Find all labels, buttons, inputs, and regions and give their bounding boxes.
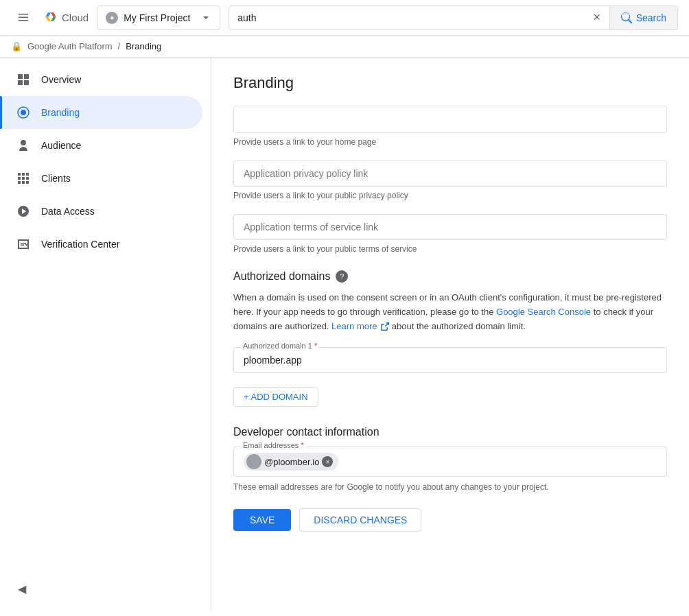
search-input[interactable] (229, 12, 584, 23)
sidebar-item-data-access[interactable]: Data Access (0, 195, 202, 228)
email-addresses-wrapper: Email addresses * @ploomber.io × (233, 447, 667, 477)
add-domain-button[interactable]: + ADD DOMAIN (233, 387, 318, 407)
authorized-domains-help-icon[interactable]: ? (336, 270, 348, 283)
chip-text: @ploomber.io (264, 457, 319, 467)
authorized-domains-title: Authorized domains ? (233, 270, 667, 283)
email-addresses-desc: These email addresses are for Google to … (233, 482, 667, 492)
search-button[interactable]: Search (609, 5, 677, 30)
breadcrumb-icon: 🔒 (11, 41, 22, 51)
sidebar-item-verification-center[interactable]: Verification Center (0, 228, 202, 261)
terms-of-service-desc: Provide users a link to your public term… (233, 244, 667, 254)
project-name: My First Project (124, 12, 190, 23)
action-bar: SAVE DISCARD CHANGES (233, 508, 667, 554)
homepage-field-group: Provide users a link to your home page (233, 106, 667, 147)
breadcrumb: 🔒 Google Auth Platform / Branding (0, 36, 689, 58)
authorized-domain-1-wrapper: Authorized domain 1 * (233, 347, 667, 373)
email-chips-field[interactable]: @ploomber.io × (233, 447, 667, 477)
email-chip: @ploomber.io × (244, 453, 338, 471)
sidebar-collapse-button[interactable]: ◀ (11, 578, 33, 600)
header: Cloud ● My First Project × Search (0, 0, 689, 36)
sidebar-data-access-label: Data Access (41, 206, 95, 217)
sidebar-overview-label: Overview (41, 74, 81, 85)
verification-center-icon (16, 237, 30, 251)
svg-point-1 (21, 110, 26, 115)
breadcrumb-current: Branding (126, 41, 161, 51)
project-icon: ● (106, 12, 118, 24)
breadcrumb-separator: / (118, 41, 121, 51)
clients-icon (16, 171, 30, 185)
audience-icon (16, 139, 30, 152)
save-button[interactable]: SAVE (233, 509, 291, 531)
hamburger-menu-button[interactable] (11, 5, 36, 30)
learn-more-link[interactable]: Learn more (331, 321, 377, 331)
sidebar: Overview Branding Aud (0, 58, 211, 611)
search-button-label: Search (636, 12, 666, 23)
email-addresses-label: Email addresses * (240, 441, 307, 449)
google-search-console-link[interactable]: Google Search Console (496, 307, 591, 317)
privacy-policy-field-group: Provide users a link to your public priv… (233, 161, 667, 200)
discard-changes-button[interactable]: DISCARD CHANGES (299, 508, 421, 532)
terms-of-service-input[interactable] (233, 214, 667, 240)
authorized-domains-desc: When a domain is used on the consent scr… (233, 291, 667, 333)
breadcrumb-parent: Google Auth Platform (27, 41, 113, 51)
sidebar-audience-label: Audience (41, 140, 81, 151)
authorized-domain-1-input[interactable] (233, 347, 667, 373)
search-bar: × Search (229, 5, 678, 30)
project-selector[interactable]: ● My First Project (97, 5, 220, 30)
page-title: Branding (233, 74, 667, 92)
developer-contact-section: Developer contact information Email addr… (233, 426, 667, 554)
chip-avatar (246, 454, 261, 469)
sidebar-item-overview[interactable]: Overview (0, 63, 202, 96)
sidebar-item-branding[interactable]: Branding (0, 96, 202, 129)
branding-icon (16, 106, 30, 119)
main-content: Branding Provide users a link to your ho… (211, 58, 689, 611)
google-cloud-logo[interactable]: Cloud (44, 11, 89, 25)
layout: Overview Branding Aud (0, 58, 689, 611)
overview-icon (16, 73, 30, 86)
homepage-desc: Provide users a link to your home page (233, 137, 667, 147)
search-clear-button[interactable]: × (585, 5, 609, 30)
authorized-domain-label: Authorized domain 1 * (240, 342, 320, 350)
chip-close-button[interactable]: × (322, 456, 333, 467)
sidebar-clients-label: Clients (41, 173, 71, 184)
sidebar-item-audience[interactable]: Audience (0, 129, 202, 162)
sidebar-item-clients[interactable]: Clients (0, 162, 202, 195)
sidebar-branding-label: Branding (41, 107, 80, 118)
data-access-icon (16, 204, 30, 218)
terms-of-service-field-group: Provide users a link to your public term… (233, 214, 667, 254)
privacy-policy-input[interactable] (233, 161, 667, 187)
sidebar-verification-label: Verification Center (41, 239, 119, 250)
authorized-domains-section: Authorized domains ? When a domain is us… (233, 270, 667, 407)
privacy-policy-desc: Provide users a link to your public priv… (233, 191, 667, 200)
developer-contact-title: Developer contact information (233, 426, 667, 438)
